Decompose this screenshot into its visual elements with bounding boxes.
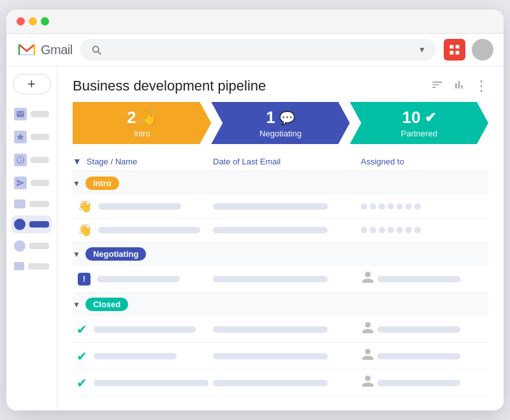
stage-negotiating-icon: 💬 xyxy=(279,110,295,126)
stage-intro-top: 2 👋 xyxy=(127,108,157,127)
sidebar: + xyxy=(6,66,57,410)
dot xyxy=(379,227,385,233)
assign-bar-5 xyxy=(377,353,460,359)
app-window: Gmail ▼ + xyxy=(6,10,504,410)
label-bar xyxy=(28,263,49,270)
name-bar-2 xyxy=(98,227,200,233)
other-label-bar xyxy=(29,243,49,249)
sidebar-item-starred[interactable] xyxy=(11,127,52,147)
exclaim-icon: ! xyxy=(78,273,91,286)
sidebar-item-active[interactable] xyxy=(11,215,52,233)
date-bar-1 xyxy=(213,203,328,210)
avatar-icon-3 xyxy=(361,270,375,287)
search-icon xyxy=(91,44,102,55)
stage-partnered-icon: ✔ xyxy=(425,110,436,126)
snoozed-label-bar xyxy=(31,157,49,163)
close-button[interactable] xyxy=(17,17,25,25)
compose-button[interactable]: + xyxy=(13,74,51,94)
cell-assigned-5 xyxy=(361,347,488,365)
sidebar-item-drafts[interactable] xyxy=(11,196,52,212)
stage-intro-content: 2 👋 Intro xyxy=(127,108,157,138)
group-toggle-closed[interactable]: ▼ xyxy=(73,300,80,309)
sidebar-item-inbox[interactable] xyxy=(11,105,52,124)
stage-intro-label: Intro xyxy=(134,129,150,138)
dot xyxy=(397,203,403,210)
date-bar-4 xyxy=(213,326,328,333)
group-toggle-negotiating[interactable]: ▼ xyxy=(73,250,80,259)
group-header-negotiating: ▼ Negotiating xyxy=(73,242,488,266)
table-body: ▼ Intro 👋 xyxy=(73,171,488,396)
sent-label-bar xyxy=(31,180,49,186)
label-box-icon xyxy=(14,262,24,270)
cell-date-2 xyxy=(213,227,361,233)
assign-bar-3 xyxy=(377,276,460,282)
dot xyxy=(405,203,412,210)
table-row[interactable]: ! xyxy=(73,266,488,293)
dot xyxy=(388,203,394,210)
gmail-toolbar: Gmail ▼ xyxy=(6,34,504,66)
toolbar-icons xyxy=(444,39,493,61)
gmail-text: Gmail xyxy=(41,43,73,57)
table-row[interactable]: 👋 xyxy=(73,195,488,219)
inbox-icon xyxy=(14,108,27,120)
cell-stage-5: ✔ xyxy=(73,349,213,364)
filter-icon[interactable] xyxy=(431,78,444,94)
minimize-button[interactable] xyxy=(29,17,37,25)
drafts-label-bar xyxy=(29,201,49,207)
stage-partnered[interactable]: 10 ✔ Partnered xyxy=(350,102,488,144)
date-bar-3 xyxy=(213,276,328,282)
window-controls xyxy=(17,17,49,25)
active-dot-icon xyxy=(14,219,26,230)
maximize-button[interactable] xyxy=(41,17,49,25)
name-bar-5 xyxy=(94,353,177,359)
dot xyxy=(414,203,421,210)
cell-date-4 xyxy=(213,326,361,333)
more-options-icon[interactable]: ⋮ xyxy=(474,78,488,94)
avatar-icon-5 xyxy=(361,347,375,365)
group-header-closed: ▼ Closed xyxy=(73,293,488,316)
dot xyxy=(414,227,421,233)
starred-label-bar xyxy=(31,134,49,140)
sidebar-item-snoozed[interactable] xyxy=(11,150,52,170)
main-content: Business development pipeline ⋮ 2 xyxy=(57,66,504,410)
stage-intro[interactable]: 2 👋 Intro xyxy=(73,102,211,144)
search-dropdown-icon[interactable]: ▼ xyxy=(418,45,426,54)
sidebar-item-sent[interactable] xyxy=(11,173,52,192)
table-row[interactable]: ✔ xyxy=(73,316,488,343)
col-stage-label: Stage / Name xyxy=(87,157,138,166)
sidebar-item-label[interactable] xyxy=(11,259,52,273)
sidebar-item-other[interactable] xyxy=(11,237,52,255)
stage-partnered-count: 10 xyxy=(402,108,421,127)
cell-date-6 xyxy=(213,380,361,386)
cell-assigned-4 xyxy=(361,321,488,338)
chart-icon[interactable] xyxy=(453,78,465,94)
table-row[interactable]: ✔ xyxy=(73,370,488,396)
name-bar-4 xyxy=(94,326,196,333)
group-toggle-intro[interactable]: ▼ xyxy=(73,179,80,188)
avatar-icon-6 xyxy=(361,374,375,391)
grid-icon xyxy=(448,43,461,56)
stage-negotiating-count: 1 xyxy=(266,108,275,127)
search-input[interactable] xyxy=(107,45,413,55)
stage-negotiating[interactable]: 1 💬 Negotiating xyxy=(211,102,349,144)
dot xyxy=(361,227,367,233)
gmail-logo: Gmail xyxy=(17,40,73,60)
date-bar-5 xyxy=(213,353,328,359)
table-row[interactable]: ✔ xyxy=(73,343,488,370)
cell-assigned-1 xyxy=(361,203,488,210)
search-container[interactable]: ▼ xyxy=(80,39,436,61)
table-row[interactable]: 👋 xyxy=(73,219,488,242)
group-header-intro: ▼ Intro xyxy=(73,171,488,195)
cell-date-3 xyxy=(213,276,361,282)
avatar-dots-1 xyxy=(361,203,421,210)
dot xyxy=(370,227,376,233)
sort-icon[interactable]: ▼ xyxy=(73,156,82,166)
stage-partnered-content: 10 ✔ Partnered xyxy=(401,108,437,138)
stage-negotiating-label: Negotiating xyxy=(259,129,302,138)
closed-badge: Closed xyxy=(85,298,128,311)
user-avatar[interactable] xyxy=(472,39,493,61)
page-title: Business development pipeline xyxy=(73,78,266,94)
stage-negotiating-top: 1 💬 xyxy=(266,108,295,127)
grid-view-button[interactable] xyxy=(444,39,465,61)
cell-stage-1: 👋 xyxy=(73,199,213,214)
